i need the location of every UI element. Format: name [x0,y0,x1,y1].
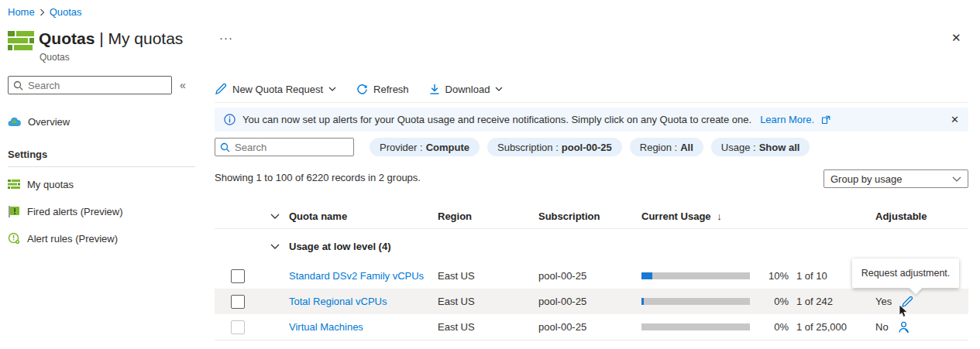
sidebar-search-input[interactable] [28,80,167,91]
my-quotas-icon [8,179,20,190]
filter-pill-provider[interactable]: Provider : Compute [370,138,480,156]
fired-alerts-icon [8,206,20,217]
external-link-icon [821,115,830,125]
column-header-region[interactable]: Region [438,210,538,222]
download-icon [429,84,440,95]
table-row[interactable]: Virtual Machines East US pool-00-25 0% 1… [215,314,968,340]
column-header-current-usage[interactable]: Current Usage ↓ [641,210,875,222]
support-request-person-icon[interactable] [898,321,910,334]
row-checkbox[interactable] [231,269,245,283]
pill-label: Subscription : [497,142,559,153]
command-bar: New Quota Request Refresh Download [215,77,968,103]
tooltip-text: Request adjustment. [861,268,951,279]
usage-percent: 0% [758,296,789,307]
region-cell: East US [438,296,538,307]
new-quota-request-button[interactable]: New Quota Request [215,83,336,95]
alert-rules-icon [8,232,20,245]
filter-pill-usage[interactable]: Usage : Show all [711,138,810,156]
group-label: Usage at low level (4) [289,241,789,252]
sort-descending-icon: ↓ [717,210,722,222]
collapse-all-chevron-icon[interactable] [261,214,289,219]
current-usage-label: Current Usage [641,210,711,222]
adjustable-value: No [875,321,889,333]
quotas-page-icon [8,29,34,53]
blade-close-button[interactable]: ✕ [951,31,961,45]
download-button[interactable]: Download [429,84,504,95]
page-subtitle: Quotas [40,52,70,63]
filter-row: Provider : Compute Subscription : pool-0… [215,138,968,156]
main-content: New Quota Request Refresh Download [215,77,968,340]
group-collapse-chevron-icon[interactable] [261,244,289,249]
pill-value: pool-00-25 [562,142,612,153]
breadcrumb-home-link[interactable]: Home [8,6,35,18]
column-header-quota-name[interactable]: Quota name [289,210,438,222]
subscription-cell: pool-00-25 [538,296,641,307]
region-cell: East US [438,270,538,282]
region-cell: East US [438,321,538,333]
quota-name-link[interactable]: Standard DSv2 Family vCPUs [289,270,424,282]
info-icon [224,114,236,125]
adjustable-cell: No [875,321,968,334]
row-checkbox[interactable] [231,295,245,309]
sidebar-item-fired-alerts[interactable]: Fired alerts (Preview) [0,201,203,221]
filter-pill-region[interactable]: Region : All [630,138,703,156]
row-checkbox[interactable] [231,320,245,334]
chevron-down-icon [952,176,961,182]
sidebar-item-alert-rules[interactable]: Alert rules (Preview) [0,228,203,248]
sidebar-item-label: Alert rules (Preview) [27,233,118,245]
learn-more-link[interactable]: Learn More. [760,114,814,125]
quota-name-link[interactable]: Total Regional vCPUs [289,296,387,307]
subscription-cell: pool-00-25 [538,270,641,282]
breadcrumb-quotas-link[interactable]: Quotas [50,6,82,18]
refresh-label: Refresh [373,84,409,95]
chevron-down-icon [495,87,503,91]
quota-search-box[interactable] [215,138,354,156]
sidebar-item-label: My quotas [27,179,74,190]
request-adjustment-tooltip: Request adjustment. [852,258,959,288]
sidebar-section-settings: Settings [0,149,203,160]
sidebar-item-my-quotas[interactable]: My quotas [0,174,203,194]
breadcrumb-separator-icon [40,9,45,16]
pill-value: All [680,142,693,153]
sidebar: « Overview Settings My qu [0,71,203,248]
page-title: Quotas | My quotas [39,29,183,48]
settings-divider [8,166,195,167]
search-icon [220,142,230,152]
filter-pill-subscription[interactable]: Subscription : pool-00-25 [487,138,622,156]
settings-section-label: Settings [8,149,47,160]
sidebar-collapse-button[interactable]: « [180,79,186,91]
more-options-button[interactable]: ··· [219,31,233,44]
quotas-blade: Home Quotas Quotas | My quotas Quotas ··… [0,0,980,349]
download-label: Download [445,84,490,95]
page-title-separator: | [95,29,108,47]
usage-progress-bar [641,272,750,279]
quota-search-input[interactable] [235,142,349,153]
sidebar-search-box[interactable] [8,76,172,94]
search-icon [13,80,23,91]
refresh-icon [356,84,368,95]
breadcrumb: Home Quotas [8,6,82,18]
sidebar-item-overview[interactable]: Overview [0,111,203,132]
usage-progress-bar [641,323,750,330]
column-header-subscription[interactable]: Subscription [538,210,641,222]
records-summary: Showing 1 to 100 of 6220 records in 2 gr… [215,169,421,183]
adjustable-value: Yes [875,296,892,307]
sidebar-item-label: Overview [28,116,70,128]
refresh-button[interactable]: Refresh [356,84,409,95]
usage-percent: 0% [758,321,789,333]
group-by-dropdown[interactable]: Group by usage [824,169,968,188]
usage-count: 1 of 242 [789,296,875,307]
pill-label: Provider : [380,142,423,153]
column-header-adjustable[interactable]: Adjustable [875,210,968,222]
quota-name-link[interactable]: Virtual Machines [289,321,363,333]
page-title-secondary: My quotas [108,29,183,47]
banner-close-button[interactable]: ✕ [951,114,959,125]
pill-value: Compute [426,142,469,153]
table-bottom-border [215,340,968,340]
table-header-row: Quota name Region Subscription Current U… [215,204,968,229]
table-row[interactable]: Total Regional vCPUs East US pool-00-25 … [215,289,968,314]
pill-value: Show all [759,142,800,153]
pill-label: Region : [640,142,677,153]
usage-progress-bar [641,298,750,305]
subscription-cell: pool-00-25 [538,321,641,333]
